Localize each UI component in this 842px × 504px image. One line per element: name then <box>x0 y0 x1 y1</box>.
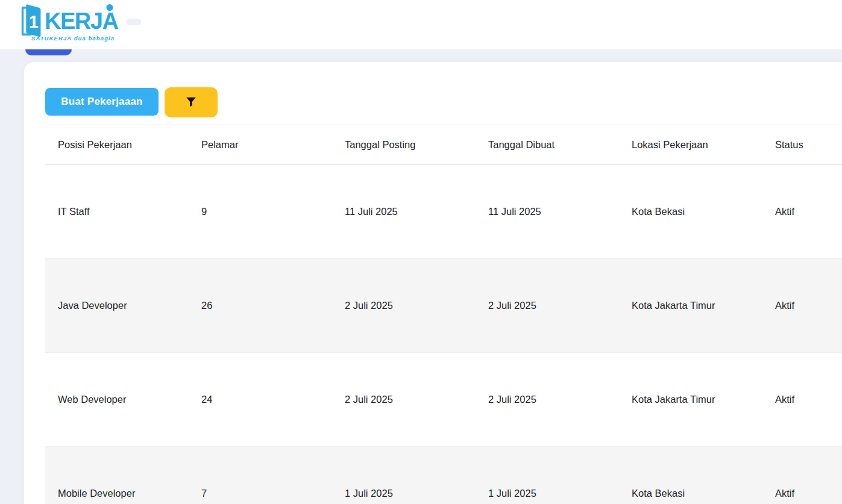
table-cell: Aktif <box>762 300 842 311</box>
table-cell: 26 <box>189 300 332 311</box>
app-logo: 1 KERJA SATUKERJA dua bahagia <box>19 4 118 42</box>
column-header: Status <box>762 139 842 151</box>
table-row[interactable]: Web Developer242 Juli 20252 Juli 2025Kot… <box>45 353 842 447</box>
table-cell: Mobile Developer <box>45 488 189 499</box>
table-cell: Web Developer <box>45 394 189 405</box>
column-header: Posisi Pekerjaan <box>45 139 189 151</box>
table-cell: 11 Juli 2025 <box>332 206 476 217</box>
table-cell: Kota Bekasi <box>619 206 762 217</box>
table-cell: Kota Jakarta Timur <box>619 300 762 311</box>
navbar-toggle-pill[interactable] <box>126 19 141 25</box>
svg-text:1: 1 <box>29 12 39 31</box>
logo-wordmark: KERJA <box>45 4 118 39</box>
table-cell: 2 Juli 2025 <box>476 300 619 311</box>
table-cell: 11 Juli 2025 <box>476 206 619 217</box>
table-header-row: Posisi PekerjaanPelamarTanggal PostingTa… <box>45 125 842 165</box>
table-cell: Kota Bekasi <box>619 488 762 499</box>
table-cell: 7 <box>189 488 332 499</box>
jobs-table: Posisi PekerjaanPelamarTanggal PostingTa… <box>45 125 842 504</box>
column-header: Lokasi Pekerjaan <box>619 139 762 151</box>
table-cell: 24 <box>189 394 332 405</box>
table-cell: 2 Juli 2025 <box>332 300 476 311</box>
column-header: Tanggal Posting <box>332 139 476 151</box>
table-cell: 1 Juli 2025 <box>332 488 476 499</box>
table-cell: Kota Jakarta Timur <box>619 394 762 405</box>
table-cell: IT Staff <box>45 206 189 217</box>
table-cell: 2 Juli 2025 <box>332 394 476 405</box>
column-header: Tanggal Dibuat <box>476 139 619 151</box>
top-header: 1 KERJA SATUKERJA dua bahagia <box>0 0 842 49</box>
table-cell: Java Developer <box>45 300 189 311</box>
table-cell: Aktif <box>762 206 842 217</box>
table-row[interactable]: IT Staff911 Juli 202511 Juli 2025Kota Be… <box>45 165 842 259</box>
table-cell: Aktif <box>762 394 842 405</box>
column-header: Pelamar <box>189 139 332 151</box>
create-job-button[interactable]: Buat Pekerjaaan <box>45 88 159 116</box>
funnel-icon <box>184 96 198 109</box>
table-body: IT Staff911 Juli 202511 Juli 2025Kota Be… <box>45 165 842 504</box>
table-cell: 1 Juli 2025 <box>476 488 619 499</box>
logo-person-a: A <box>102 4 118 39</box>
door-icon: 1 <box>19 4 43 39</box>
table-cell: 9 <box>189 206 332 217</box>
toolbar: Buat Pekerjaaan <box>45 87 218 119</box>
table-cell: Aktif <box>762 488 842 499</box>
table-row[interactable]: Java Developer262 Juli 20252 Juli 2025Ko… <box>45 259 842 353</box>
table-cell: 2 Juli 2025 <box>476 394 619 405</box>
table-row[interactable]: Mobile Developer71 Juli 20251 Juli 2025K… <box>45 447 842 504</box>
filter-button[interactable] <box>165 87 218 117</box>
content-card: Buat Pekerjaaan Posisi PekerjaanPelamarT… <box>24 62 842 504</box>
